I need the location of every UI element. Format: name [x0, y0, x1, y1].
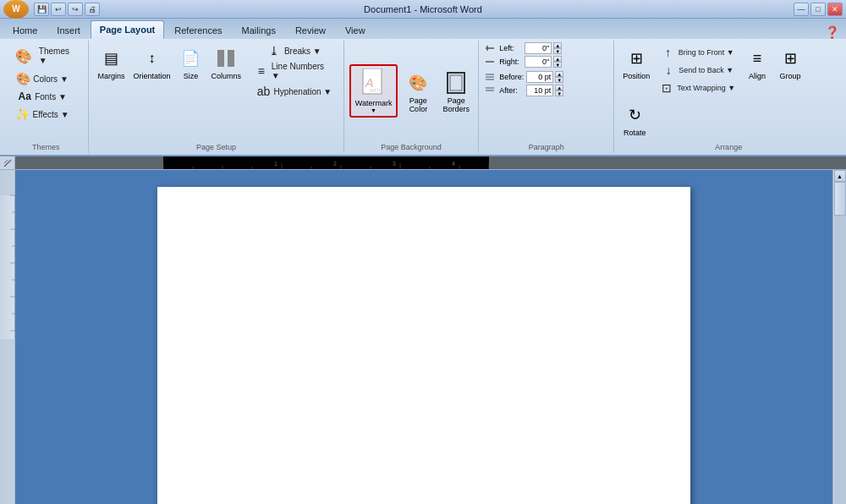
- arrange-group-label: Arrange: [614, 143, 843, 151]
- document-page[interactable]: [157, 187, 690, 504]
- svg-rect-36: [0, 170, 15, 195]
- spacing-before-input[interactable]: [526, 71, 553, 83]
- svg-rect-37: [0, 339, 15, 504]
- send-to-back-button[interactable]: ↓ Send to Back ▼: [656, 62, 739, 79]
- tab-review[interactable]: Review: [286, 20, 335, 39]
- left-ruler: [0, 170, 15, 504]
- scroll-up-button[interactable]: ▲: [834, 170, 846, 182]
- paragraph-group-label: Paragraph: [479, 143, 613, 151]
- window-title: Document1 - Microsoft Word: [364, 4, 482, 14]
- ruler: 1 2 3 4: [0, 156, 846, 170]
- svg-rect-18: [15, 156, 163, 169]
- themes-group: 🎨 Themes ▼ 🎨 Colors ▼ Aa Fonts ▼ ✨ Effec…: [3, 41, 89, 153]
- window-controls: — □ ✕: [794, 3, 843, 16]
- maximize-btn[interactable]: □: [810, 3, 826, 16]
- themes-group-label: Themes: [3, 143, 88, 151]
- svg-text:wm: wm: [369, 86, 381, 94]
- svg-text:4: 4: [452, 161, 455, 167]
- quick-save-btn[interactable]: 💾: [34, 3, 49, 16]
- spacing-after-input[interactable]: [526, 85, 553, 96]
- scroll-track[interactable]: [834, 182, 846, 504]
- svg-line-16: [4, 160, 8, 163]
- page-setup-group: ▤ Margins ↕ Orientation 📄 Size: [89, 41, 343, 153]
- minimize-btn[interactable]: —: [794, 3, 809, 16]
- scroll-thumb[interactable]: [834, 182, 846, 216]
- colors-button[interactable]: 🎨 Colors ▼: [8, 70, 76, 87]
- ruler-scale: 1 2 3 4: [15, 156, 846, 169]
- redo-btn[interactable]: ↪: [68, 3, 83, 16]
- group-button[interactable]: ⊞ Group: [775, 42, 805, 83]
- page-background-group: A wm Watermark ▼ 🎨 PageColor: [344, 41, 480, 153]
- undo-btn[interactable]: ↩: [51, 3, 66, 16]
- close-btn[interactable]: ✕: [827, 3, 843, 16]
- tab-view[interactable]: View: [336, 20, 375, 39]
- svg-rect-19: [489, 156, 846, 169]
- svg-line-15: [4, 160, 11, 167]
- themes-button[interactable]: 🎨 Themes ▼: [8, 42, 83, 69]
- align-button[interactable]: ≡ Align: [742, 42, 772, 83]
- ribbon-help-icon[interactable]: ❓: [825, 25, 839, 39]
- office-button[interactable]: W: [3, 0, 29, 19]
- spacing-after-spinner[interactable]: ▲ ▼: [555, 85, 563, 96]
- svg-rect-0: [217, 50, 224, 67]
- hyphenation-button[interactable]: ab Hyphenation ▼: [250, 83, 338, 100]
- tab-references[interactable]: References: [165, 20, 231, 39]
- tab-mailings[interactable]: Mailings: [233, 20, 285, 39]
- line-numbers-button[interactable]: ≡ Line Numbers ▼: [250, 60, 338, 82]
- tab-insert[interactable]: Insert: [47, 20, 90, 39]
- svg-text:1: 1: [274, 161, 277, 167]
- page-color-button[interactable]: 🎨 PageColor: [401, 66, 435, 117]
- indent-left-input[interactable]: [525, 42, 552, 54]
- indent-left-spinner[interactable]: ▲ ▼: [553, 42, 562, 54]
- svg-rect-6: [450, 75, 462, 90]
- spacing-before-spinner[interactable]: ▲ ▼: [555, 71, 563, 83]
- page-background-group-label: Page Background: [344, 143, 479, 151]
- text-wrapping-button[interactable]: ⊡ Text Wrapping ▼: [656, 79, 739, 96]
- breaks-button[interactable]: ⤓ Breaks ▼: [250, 42, 338, 59]
- quick-print-btn[interactable]: 🖨: [85, 3, 100, 16]
- ribbon-content: 🎨 Themes ▼ 🎨 Colors ▼ Aa Fonts ▼ ✨ Effec…: [0, 39, 846, 155]
- page-borders-button[interactable]: PageBorders: [438, 66, 474, 117]
- ribbon-tab-bar: Home Insert Page Layout References Maili…: [0, 19, 846, 39]
- indent-right-input[interactable]: [525, 56, 552, 68]
- document-canvas[interactable]: [15, 170, 832, 504]
- tab-page-layout[interactable]: Page Layout: [91, 20, 164, 39]
- ribbon: Home Insert Page Layout References Maili…: [0, 19, 846, 156]
- orientation-button[interactable]: ↕ Orientation: [129, 42, 173, 83]
- paragraph-group: Left: ▲ ▼ Right: ▲: [479, 41, 614, 153]
- fonts-button[interactable]: Aa Fonts ▼: [8, 88, 76, 105]
- titlebar-left: W 💾 ↩ ↪ 🖨: [3, 0, 100, 19]
- svg-text:3: 3: [393, 161, 396, 167]
- columns-button[interactable]: Columns: [207, 42, 244, 83]
- arrange-group: ⊞ Position ↑ Bring to Front ▼ ↓ Send to …: [614, 41, 843, 153]
- indent-right-spinner[interactable]: ▲ ▼: [553, 56, 562, 68]
- page-setup-group-label: Page Setup: [89, 143, 343, 151]
- position-button[interactable]: ⊞ Position: [619, 42, 653, 83]
- titlebar: W 💾 ↩ ↪ 🖨 Document1 - Microsoft Word — □…: [0, 0, 846, 19]
- svg-text:2: 2: [333, 161, 337, 167]
- tab-home[interactable]: Home: [3, 20, 47, 39]
- ruler-corner[interactable]: [0, 156, 15, 170]
- document-area: ▲ ▼: [0, 170, 846, 504]
- vertical-scrollbar[interactable]: ▲ ▼: [832, 170, 846, 504]
- watermark-button[interactable]: A wm Watermark ▼: [349, 64, 398, 118]
- svg-rect-1: [228, 50, 234, 67]
- size-button[interactable]: 📄 Size: [175, 42, 206, 83]
- rotate-button[interactable]: ↻ Rotate: [619, 99, 650, 140]
- effects-button[interactable]: ✨ Effects ▼: [8, 106, 76, 123]
- bring-to-front-button[interactable]: ↑ Bring to Front ▼: [656, 44, 739, 61]
- margins-button[interactable]: ▤ Margins: [94, 42, 128, 83]
